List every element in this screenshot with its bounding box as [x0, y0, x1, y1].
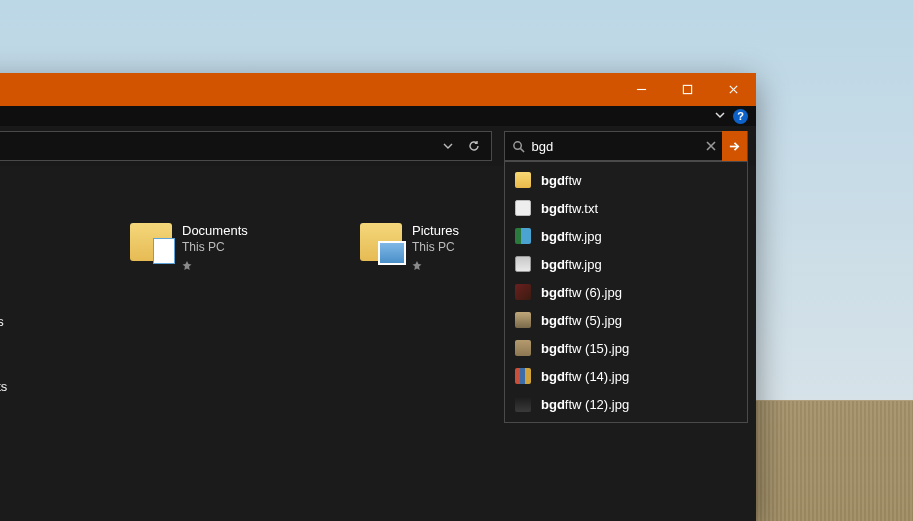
text-file-icon	[515, 200, 531, 216]
folder-location: This PC	[182, 240, 248, 254]
maximize-button[interactable]	[664, 73, 710, 106]
image-file-icon	[515, 256, 531, 272]
file-explorer-window: ? bgdftwbgdftw	[0, 73, 756, 521]
pin-icon	[412, 259, 422, 269]
help-button[interactable]: ?	[733, 109, 748, 124]
search-go-button[interactable]	[722, 131, 747, 161]
minimize-button[interactable]	[618, 73, 664, 106]
search-area: bgdftwbgdftw.txtbgdftw.jpgbgdftw.jpgbgdf…	[504, 131, 748, 161]
ribbon-strip: ?	[0, 106, 756, 126]
image-file-icon	[515, 396, 531, 412]
suggestion-text: bgdftw (6).jpg	[541, 285, 622, 300]
suggestion-text: bgdftw.jpg	[541, 257, 602, 272]
svg-line-5	[520, 148, 524, 152]
search-suggestion[interactable]: bgdftw.jpg	[505, 222, 747, 250]
search-suggestion[interactable]: bgdftw (12).jpg	[505, 390, 747, 418]
address-bar[interactable]	[0, 131, 492, 161]
suggestion-text: bgdftw.jpg	[541, 229, 602, 244]
image-file-icon	[515, 228, 531, 244]
suggestion-text: bgdftw.txt	[541, 201, 598, 216]
address-history-dropdown-icon[interactable]	[437, 135, 459, 157]
svg-point-4	[514, 141, 521, 148]
search-bar	[504, 131, 748, 161]
clear-search-icon[interactable]	[699, 141, 722, 151]
pin-icon	[182, 259, 192, 269]
image-file-icon	[515, 368, 531, 384]
search-suggestion[interactable]: bgdftw (5).jpg	[505, 306, 747, 334]
search-icon	[505, 140, 531, 153]
suggestion-text: bgdftw	[541, 173, 581, 188]
folder-name: Documents	[182, 223, 248, 238]
close-button[interactable]	[710, 73, 756, 106]
ribbon-expand-icon[interactable]	[713, 108, 727, 125]
nav-item-fragment[interactable]: ds	[0, 314, 4, 329]
titlebar	[0, 73, 756, 106]
refresh-icon[interactable]	[463, 135, 485, 157]
image-file-icon	[515, 312, 531, 328]
suggestion-text: bgdftw (12).jpg	[541, 397, 629, 412]
image-file-icon	[515, 340, 531, 356]
search-suggestion[interactable]: bgdftw (14).jpg	[505, 362, 747, 390]
search-suggestions-dropdown: bgdftwbgdftw.txtbgdftw.jpgbgdftw.jpgbgdf…	[504, 161, 748, 423]
search-suggestion[interactable]: bgdftw (15).jpg	[505, 334, 747, 362]
folder-icon	[130, 223, 172, 261]
folder-icon	[360, 223, 402, 261]
address-search-row: bgdftwbgdftw.txtbgdftw.jpgbgdftw.jpgbgdf…	[0, 126, 756, 166]
suggestion-text: bgdftw (15).jpg	[541, 341, 629, 356]
folder-icon	[515, 172, 531, 188]
image-file-icon	[515, 284, 531, 300]
search-suggestion[interactable]: bgdftw (6).jpg	[505, 278, 747, 306]
search-suggestion[interactable]: bgdftw	[505, 166, 747, 194]
search-suggestion[interactable]: bgdftw.txt	[505, 194, 747, 222]
quick-access-documents[interactable]: Documents This PC	[130, 223, 350, 271]
nav-item-fragment[interactable]: ots	[0, 379, 7, 394]
svg-rect-1	[683, 85, 691, 93]
suggestion-text: bgdftw (5).jpg	[541, 313, 622, 328]
folder-name: Pictures	[412, 223, 459, 238]
suggestion-text: bgdftw (14).jpg	[541, 369, 629, 384]
folder-location: This PC	[412, 240, 459, 254]
search-suggestion[interactable]: bgdftw.jpg	[505, 250, 747, 278]
search-input[interactable]	[531, 139, 699, 154]
